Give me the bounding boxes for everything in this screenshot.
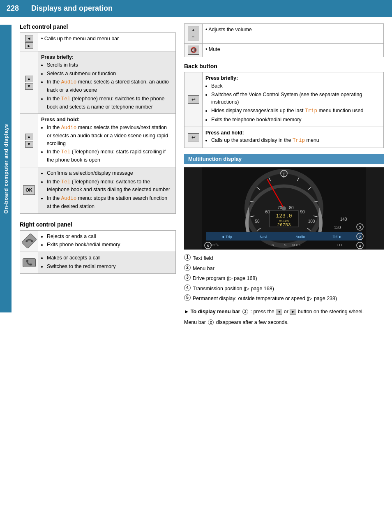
right-arrow-inline-icon: ► xyxy=(290,309,296,315)
reject-call-desc: Rejects or ends a call Exits phone book/… xyxy=(38,230,176,252)
back-press-briefly-desc: Press briefly: Back Switches off the Voi… xyxy=(203,72,384,127)
left-right-arrows: ◄ ► xyxy=(22,35,36,49)
callout-text-2: Menu bar xyxy=(193,264,214,273)
back-button-table: ↩ Press briefly: Back Switches off the V… xyxy=(184,72,384,148)
audio-keyword-2: Audio xyxy=(61,125,77,131)
callout-item-4: 4 Transmission position (▷ page 168) xyxy=(184,284,384,294)
mute-icon-cell: 🔇 xyxy=(184,44,203,57)
svg-text:5: 5 xyxy=(207,244,209,248)
svg-text:S: S xyxy=(284,243,286,247)
list-item: Back xyxy=(211,82,380,90)
callout-list: 1 Text field 2 Menu bar 3 Drive program … xyxy=(184,254,384,303)
list-item: Exits the telephone book/redial memory xyxy=(211,116,380,124)
list-item: Scrolls in lists xyxy=(47,61,173,69)
list-item: Exits phone book/redial memory xyxy=(47,241,173,249)
mute-icon: 🔇 xyxy=(188,46,199,55)
back-press-hold-list: Calls up the standard display in the Tri… xyxy=(205,136,380,145)
accept-call-desc: Makes or accepts a call Switches to the … xyxy=(38,252,176,274)
up-down-arrows-1: ▲ ▼ xyxy=(22,76,36,90)
table-row: ▲ ▼ Press briefly: Scrolls in lists Sele… xyxy=(20,51,176,114)
callout-circle-1: 1 xyxy=(184,254,191,261)
list-item: In the Audio menu: selects the previous/… xyxy=(47,124,173,147)
press-hold-list-1: In the Audio menu: selects the previous/… xyxy=(41,124,173,164)
svg-text:D I: D I xyxy=(337,243,342,247)
svg-text:100: 100 xyxy=(308,219,315,224)
callout-item-5: 5 Permanent display: outside temperature… xyxy=(184,294,384,303)
svg-text:90: 90 xyxy=(300,210,305,214)
list-item: In the Tel (Telephone) menu: switches to… xyxy=(47,178,173,194)
back-press-hold-icon-cell: ↩ xyxy=(184,127,203,148)
table-row: 📞 Rejects or ends a call Exits phone boo… xyxy=(20,230,176,252)
table-row: ▲ ▼ Press and hold: In the Audio menu: s… xyxy=(20,114,176,167)
up-down-desc-1: Press briefly: Scrolls in lists Selects … xyxy=(38,51,176,114)
down-arrow-icon: ▼ xyxy=(25,83,33,90)
svg-text:4: 4 xyxy=(359,244,361,248)
left-column: Left control panel ◄ ► • Calls up the me… xyxy=(20,23,176,329)
svg-text:80: 80 xyxy=(289,206,294,210)
arrow-indicator: ► xyxy=(184,309,191,315)
svg-text:Tel ►: Tel ► xyxy=(333,235,342,239)
volume-icon: + − xyxy=(188,26,199,41)
svg-text:3: 3 xyxy=(359,225,361,229)
accept-call-list: Makes or accepts a call Switches to the … xyxy=(41,254,173,271)
ok-button-icon: OK xyxy=(23,185,35,195)
callout-circle-inline-2: 2 xyxy=(242,309,248,315)
dashboard-svg: 40 50 60 70 80 90 100 110 120 130 140 xyxy=(184,167,384,250)
list-item: In the Tel (Telephone) menu: starts rapi… xyxy=(47,148,173,164)
sidebar-label: On-board computer and displays xyxy=(0,25,12,312)
up-down-desc-2: Press and hold: In the Audio menu: selec… xyxy=(38,114,176,167)
back-button-icon: ↩ xyxy=(188,95,199,104)
table-row: + − • Adjusts the volume xyxy=(184,24,384,44)
right-column: + − • Adjusts the volume 🔇 • Mute Back b… xyxy=(184,23,384,329)
accept-call-icon-cell: 📞 xyxy=(20,252,38,274)
tel-keyword-2: Tel xyxy=(61,149,71,155)
svg-text:N P •: N P • xyxy=(292,243,301,247)
callout-circle-3: 3 xyxy=(184,274,191,281)
press-hold-label-1: Press and hold: xyxy=(41,117,80,123)
sidebar-text: On-board computer and displays xyxy=(3,124,9,214)
press-briefly-list-1: Scrolls in lists Selects a submenu or fu… xyxy=(41,61,173,111)
back-press-hold-label: Press and hold: xyxy=(205,130,244,136)
audio-keyword: Audio xyxy=(61,79,77,85)
page-title: Displays and operation xyxy=(31,4,113,13)
svg-text:R: R xyxy=(272,243,274,247)
ok-icon-cell: OK xyxy=(20,167,38,213)
header-bar: 228 Displays and operation xyxy=(0,0,392,17)
note-1-strong: To display menu bar xyxy=(191,309,240,315)
left-arrow-inline-icon: ◄ xyxy=(276,309,282,315)
reject-call-list: Rejects or ends a call Exits phone book/… xyxy=(41,233,173,249)
reject-call-icon: 📞 xyxy=(21,233,37,249)
svg-text:Audio: Audio xyxy=(295,235,305,239)
press-briefly-label-1: Press briefly: xyxy=(41,54,74,60)
up-down-arrows-2: ▲ ▼ xyxy=(22,134,36,148)
mute-desc: • Mute xyxy=(203,44,384,57)
left-right-icon-cell: ◄ ► xyxy=(20,33,38,51)
list-item: In the Audio menu: stops the station sea… xyxy=(47,194,173,210)
callout-text-1: Text field xyxy=(193,254,213,263)
table-row: OK Confirms a selection/display message … xyxy=(20,167,176,213)
main-content: Left control panel ◄ ► • Calls up the me… xyxy=(12,17,392,337)
accept-call-icon: 📞 xyxy=(23,258,36,267)
left-panel-title: Left control panel xyxy=(20,23,176,30)
list-item: In the Audio menu: selects a stored stat… xyxy=(47,78,173,94)
table-row: 🔇 • Mute xyxy=(184,44,384,57)
note-display-menu-bar: ► To display menu bar 2 : press the ◄ or… xyxy=(184,308,384,316)
list-item: In the Tel (telephone) menu: switches to… xyxy=(47,95,173,111)
up-arrow-icon-2: ▲ xyxy=(25,134,33,140)
up-down-icon-cell-1: ▲ ▼ xyxy=(20,51,38,114)
back-press-briefly-icon-cell: ↩ xyxy=(184,72,203,127)
down-arrow-icon-2: ▼ xyxy=(25,141,33,148)
left-control-table: ◄ ► • Calls up the menu and menu bar ▲ ▼ xyxy=(20,32,176,214)
list-item: Switches off the Voice Control System (s… xyxy=(211,91,380,106)
up-arrow-icon: ▲ xyxy=(25,76,33,82)
right-arrow-icon: ► xyxy=(25,42,33,49)
list-item: Selects a submenu or function xyxy=(47,70,173,78)
volume-desc: • Adjusts the volume xyxy=(203,24,384,44)
trip-keyword-2: Trip xyxy=(293,138,305,143)
callout-text-4: Transmission position (▷ page 168) xyxy=(193,284,274,294)
svg-text:130: 130 xyxy=(334,225,341,230)
note-menu-bar-disappears: Menu bar 2 disappears after a few second… xyxy=(184,318,384,326)
page-number: 228 xyxy=(7,4,26,13)
table-row: ↩ Press and hold: Calls up the standard … xyxy=(184,127,384,148)
svg-text:50: 50 xyxy=(255,219,260,224)
